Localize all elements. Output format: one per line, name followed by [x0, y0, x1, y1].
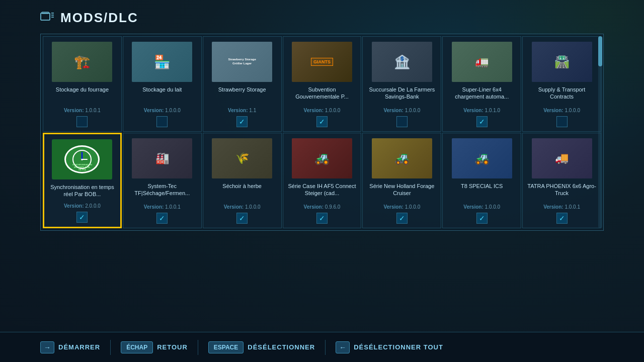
mod-checkbox-stockage-lait[interactable] [156, 116, 168, 127]
divider-2 [198, 340, 198, 355]
mod-name-sync-temps-reel: Synchronisation en temps réel Par BOB... [48, 184, 116, 201]
deselect-button[interactable]: ESPACE DÉSÉLECTIONNER [208, 341, 315, 353]
mod-checkbox-sync-temps-reel[interactable]: ✓ [76, 212, 88, 223]
mod-name-stockage-fourrage: Stockage du fourrage [56, 86, 109, 106]
mod-name-sechoir: Séchoir à herbe [222, 183, 262, 202]
mod-name-tatra-phoenix: TATRA PHOENIX 6x6 Agro-Truck [527, 183, 597, 202]
mod-version-sechoir: Version: 1.0.0.0 [224, 204, 261, 210]
deselect-label: DÉSÉLECTIONNER [248, 343, 315, 351]
mod-image-new-holland: 🚜 [372, 138, 432, 178]
divider-1 [110, 340, 111, 355]
mod-checkbox-tatra-phoenix[interactable]: ✓ [556, 213, 568, 224]
page-title: MODS/DLC [60, 10, 138, 26]
start-key: → [40, 341, 54, 353]
main-container: MODS/DLC 🏗️ Stockage du fourrage Version… [0, 0, 644, 241]
mod-image-superliner: 🚛 [452, 42, 512, 82]
mod-version-strawberry-storage: Version: 1.1 [228, 108, 256, 113]
mod-name-superliner: Super-Liner 6x4 chargement automa... [447, 86, 517, 106]
mod-version-stockage-lait: Version: 1.0.0.0 [144, 108, 181, 113]
mod-name-case-ih: Série Case IH AF5 Connect Steiger (cad..… [287, 183, 357, 202]
mod-name-supply-transport: Supply & Transport Contracts [527, 86, 597, 106]
mod-name-subvention: Subvention Gouvernementale P... [287, 86, 357, 106]
start-button[interactable]: → DÉMARRER [40, 341, 100, 353]
mod-version-system-tec: Version: 1.0.0.1 [144, 204, 181, 210]
mod-version-subvention: Version: 1.0.0.0 [304, 108, 341, 113]
mod-image-sync-temps-reel: SYNCHRONISATIONEN TEMPS RÉELON FRA [52, 139, 112, 179]
mod-card-sync-temps-reel[interactable]: SYNCHRONISATIONEN TEMPS RÉELON FRA Synch… [43, 133, 122, 228]
mod-image-stockage-fourrage: 🏗️ [52, 42, 112, 82]
mod-version-new-holland: Version: 1.0.0.0 [383, 204, 420, 210]
mod-card-strawberry-storage[interactable]: Strawberry StorageGrößer Lager Strawberr… [203, 36, 282, 132]
mod-image-strawberry-storage: Strawberry StorageGrößer Lager [212, 42, 272, 82]
space-key: ESPACE [208, 341, 244, 353]
mod-checkbox-superliner[interactable]: ✓ [476, 116, 488, 127]
mods-icon [40, 11, 54, 25]
mod-card-subvention[interactable]: GIANTS Subvention Gouvernementale P... V… [283, 36, 362, 132]
mod-checkbox-strawberry-storage[interactable]: ✓ [236, 116, 248, 127]
deselect-all-key: ← [336, 341, 350, 353]
mod-image-case-ih: 🚜 [292, 138, 352, 178]
scrollbar-thumb[interactable] [598, 36, 602, 66]
mod-checkbox-new-holland[interactable]: ✓ [396, 213, 408, 224]
mod-name-stockage-lait: Stockage du lait [142, 86, 182, 106]
mod-checkbox-supply-transport[interactable] [556, 116, 568, 127]
mod-version-sync-temps-reel: Version: 2.0.0.0 [64, 203, 101, 209]
mod-version-succursale: Version: 1.0.0.0 [383, 108, 420, 113]
mod-card-t8-special[interactable]: 🚜 T8 SPECIAL ICS Version: 1.0.0.0 ✓ [442, 133, 521, 228]
mod-image-tatra-phoenix: 🚚 [532, 138, 592, 178]
mod-image-supply-transport: 🛣️ [532, 42, 592, 82]
mod-checkbox-case-ih[interactable]: ✓ [316, 213, 328, 224]
mod-checkbox-stockage-fourrage[interactable] [76, 116, 88, 127]
start-label: DÉMARRER [58, 343, 100, 351]
bottom-toolbar: → DÉMARRER ÉCHAP RETOUR ESPACE DÉSÉLECTI… [0, 332, 644, 362]
page-header: MODS/DLC [40, 10, 604, 26]
mod-name-strawberry-storage: Strawberry Storage [218, 86, 266, 106]
mod-card-stockage-lait[interactable]: 🏪 Stockage du lait Version: 1.0.0.0 [123, 36, 202, 132]
scrollbar[interactable] [598, 36, 602, 228]
deselect-all-button[interactable]: ← DÉSÉLECTIONNER TOUT [336, 341, 443, 353]
mod-card-supply-transport[interactable]: 🛣️ Supply & Transport Contracts Version:… [522, 36, 601, 132]
mod-card-tatra-phoenix[interactable]: 🚚 TATRA PHOENIX 6x6 Agro-Truck Version: … [522, 133, 601, 228]
mod-name-system-tec: System-Tec TF|Séchage/Fermen... [127, 183, 197, 202]
back-button[interactable]: ÉCHAP RETOUR [121, 341, 188, 353]
mod-name-succursale: Succursale De La Farmers Savings-Bank [367, 86, 437, 106]
mod-card-sechoir[interactable]: 🌾 Séchoir à herbe Version: 1.0.0.0 ✓ [203, 133, 282, 228]
mod-card-case-ih[interactable]: 🚜 Série Case IH AF5 Connect Steiger (cad… [283, 133, 362, 228]
mod-name-new-holland: Série New Holland Forage Cruiser [367, 183, 437, 202]
mod-image-stockage-lait: 🏪 [132, 42, 192, 82]
mod-card-system-tec[interactable]: 🏭 System-Tec TF|Séchage/Fermen... Versio… [123, 133, 202, 228]
mod-version-supply-transport: Version: 1.0.0.0 [543, 108, 580, 113]
mod-checkbox-succursale[interactable] [396, 116, 408, 127]
mod-version-tatra-phoenix: Version: 1.0.0.1 [543, 204, 580, 210]
mod-checkbox-subvention[interactable]: ✓ [316, 116, 328, 127]
mod-version-superliner: Version: 1.0.1.0 [463, 108, 500, 113]
mod-card-new-holland[interactable]: 🚜 Série New Holland Forage Cruiser Versi… [362, 133, 441, 228]
mods-grid-container: 🏗️ Stockage du fourrage Version: 1.0.0.1… [40, 34, 604, 231]
deselect-all-label: DÉSÉLECTIONNER TOUT [354, 343, 443, 351]
mod-name-t8-special: T8 SPECIAL ICS [461, 183, 503, 202]
mod-card-stockage-fourrage[interactable]: 🏗️ Stockage du fourrage Version: 1.0.0.1 [43, 36, 122, 132]
mod-checkbox-system-tec[interactable]: ✓ [156, 213, 168, 224]
mod-image-sechoir: 🌾 [212, 138, 272, 178]
mod-image-subvention: GIANTS [292, 42, 352, 82]
mod-image-succursale: 🏦 [372, 42, 432, 82]
mod-version-t8-special: Version: 1.0.0.0 [463, 204, 500, 210]
mod-version-case-ih: Version: 0.9.6.0 [304, 204, 341, 210]
svg-rect-0 [41, 13, 50, 20]
mod-card-succursale[interactable]: 🏦 Succursale De La Farmers Savings-Bank … [362, 36, 441, 132]
back-label: RETOUR [157, 343, 188, 351]
echap-key: ÉCHAP [121, 341, 153, 353]
mod-card-superliner[interactable]: 🚛 Super-Liner 6x4 chargement automa... V… [442, 36, 521, 132]
mod-image-t8-special: 🚜 [452, 138, 512, 178]
divider-3 [325, 340, 326, 355]
mod-image-system-tec: 🏭 [132, 138, 192, 178]
mod-checkbox-sechoir[interactable]: ✓ [236, 213, 248, 224]
mod-version-stockage-fourrage: Version: 1.0.0.1 [64, 108, 101, 113]
mod-checkbox-t8-special[interactable]: ✓ [476, 213, 488, 224]
mods-grid: 🏗️ Stockage du fourrage Version: 1.0.0.1… [43, 36, 601, 228]
